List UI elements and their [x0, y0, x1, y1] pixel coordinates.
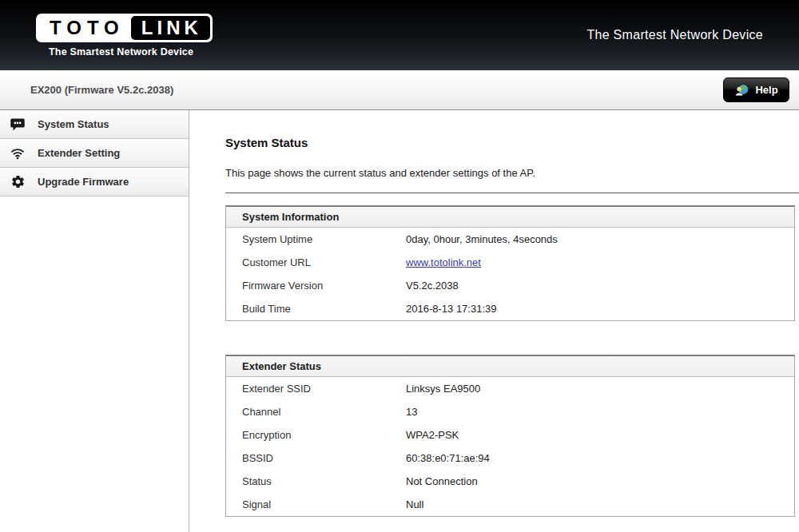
table-row: System Uptime0day, 0hour, 3minutes, 4sec… — [226, 228, 794, 251]
panel-title: System Information — [226, 207, 794, 228]
row-label-status: Status — [226, 475, 406, 487]
row-label-encryption: Encryption — [226, 429, 406, 441]
row-value-channel: 13 — [406, 406, 417, 418]
row-label-signal: Signal — [226, 498, 406, 510]
page: TOTO LINK The Smartest Network Device Th… — [0, 0, 799, 532]
help-button[interactable]: Help — [723, 77, 789, 102]
help-button-label: Help — [755, 84, 777, 96]
chat-icon — [10, 117, 26, 133]
page-title: System Status — [225, 136, 795, 149]
panel-title: Extender Status — [226, 356, 794, 377]
device-firmware-label: EX200 (Firmware V5.2c.2038) — [30, 84, 173, 96]
gear-icon — [10, 174, 26, 190]
row-value-system-uptime: 0day, 0hour, 3minutes, 4seconds — [406, 233, 558, 245]
logo-link-text: LINK — [131, 16, 210, 40]
row-label-channel: Channel — [226, 406, 406, 418]
page-description: This page shows the current status and e… — [225, 167, 795, 179]
sidebar-item-label: System Status — [38, 118, 109, 130]
row-label-extender-ssid: Extender SSID — [226, 383, 406, 395]
totolink-logo: TOTO LINK — [36, 14, 213, 42]
table-row: Channel13 — [226, 400, 794, 423]
row-label-firmware-version: Firmware Version — [226, 280, 406, 292]
row-value-bssid: 60:38:e0:71:ae:94 — [406, 452, 490, 464]
sidebar-item-label: Extender Setting — [38, 147, 120, 159]
panel-body: Extender SSIDLinksys EA9500Channel13Encr… — [226, 377, 794, 516]
content-divider — [225, 193, 799, 193]
table-row: Customer URLwww.totolink.net — [226, 251, 794, 274]
panel-system-information: System InformationSystem Uptime0day, 0ho… — [225, 205, 795, 321]
table-row: BSSID60:38:e0:71:ae:94 — [226, 447, 794, 470]
row-value-firmware-version: V5.2c.2038 — [406, 280, 459, 292]
row-value-signal: Null — [406, 498, 423, 510]
logo-toto-text: TOTO — [38, 16, 131, 40]
row-value-status: Not Connection — [406, 475, 478, 487]
panel-body: System Uptime0day, 0hour, 3minutes, 4sec… — [226, 228, 794, 320]
table-row: Firmware VersionV5.2c.2038 — [226, 274, 794, 297]
row-label-customer-url: Customer URL — [226, 256, 406, 268]
top-header: TOTO LINK The Smartest Network Device Th… — [0, 0, 799, 70]
sidebar-item-system-status[interactable]: System Status — [0, 110, 189, 139]
wifi-icon — [10, 145, 26, 161]
panels-container: System InformationSystem Uptime0day, 0ho… — [225, 205, 795, 517]
sidebar-item-upgrade-firmware[interactable]: Upgrade Firmware — [0, 168, 189, 197]
panel-extender-status: Extender StatusExtender SSIDLinksys EA95… — [225, 355, 795, 517]
customer-url-link[interactable]: www.totolink.net — [406, 256, 481, 268]
row-value-extender-ssid: Linksys EA9500 — [406, 383, 480, 395]
row-label-build-time: Build Time — [226, 303, 406, 315]
row-label-bssid: BSSID — [226, 452, 406, 464]
row-label-system-uptime: System Uptime — [226, 233, 406, 245]
table-row: Build Time2016-8-13 17:31:39 — [226, 297, 794, 320]
header-tagline: The Smartest Network Device — [586, 28, 763, 42]
logo-tagline: The Smartest Network Device — [49, 46, 213, 58]
toolbar: EX200 (Firmware V5.2c.2038) Help — [0, 70, 799, 110]
sidebar-nav: System StatusExtender SettingUpgrade Fir… — [0, 110, 189, 532]
body-row: System StatusExtender SettingUpgrade Fir… — [0, 110, 799, 532]
row-value-customer-url: www.totolink.net — [406, 256, 481, 268]
table-row: EncryptionWPA2-PSK — [226, 423, 794, 447]
table-row: Extender SSIDLinksys EA9500 — [226, 377, 794, 400]
sidebar-item-label: Upgrade Firmware — [38, 176, 129, 188]
row-value-encryption: WPA2-PSK — [406, 429, 459, 441]
help-person-globe-icon — [734, 83, 749, 97]
main-content: System Status This page shows the curren… — [189, 110, 799, 532]
sidebar-item-extender-setting[interactable]: Extender Setting — [0, 139, 189, 168]
brand-block: TOTO LINK The Smartest Network Device — [36, 14, 213, 58]
row-value-build-time: 2016-8-13 17:31:39 — [406, 303, 496, 315]
table-row: StatusNot Connection — [226, 470, 794, 493]
table-row: SignalNull — [226, 493, 794, 516]
